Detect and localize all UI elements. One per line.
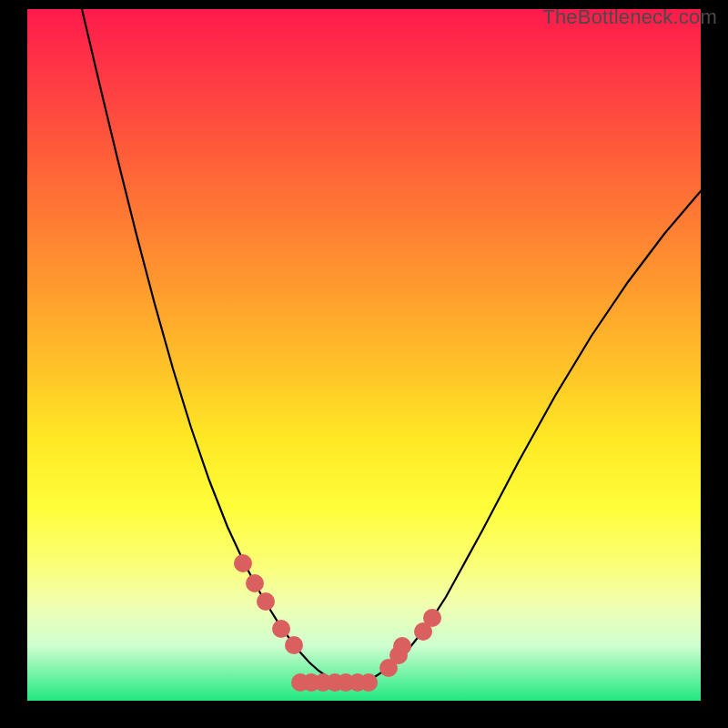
bottleneck-curve — [82, 9, 701, 682]
curve-marker — [285, 636, 303, 654]
curve-marker — [423, 609, 441, 627]
curve-marker — [359, 673, 378, 692]
attribution-text: TheBottleneck.com — [542, 5, 717, 29]
curve-marker — [272, 620, 290, 638]
curve-marker — [393, 637, 411, 655]
curve-marker — [257, 592, 275, 611]
curve-marker — [234, 554, 252, 572]
chart-frame — [27, 9, 701, 701]
bottleneck-chart — [27, 9, 701, 701]
marker-group — [234, 554, 441, 692]
curve-marker — [246, 574, 264, 592]
